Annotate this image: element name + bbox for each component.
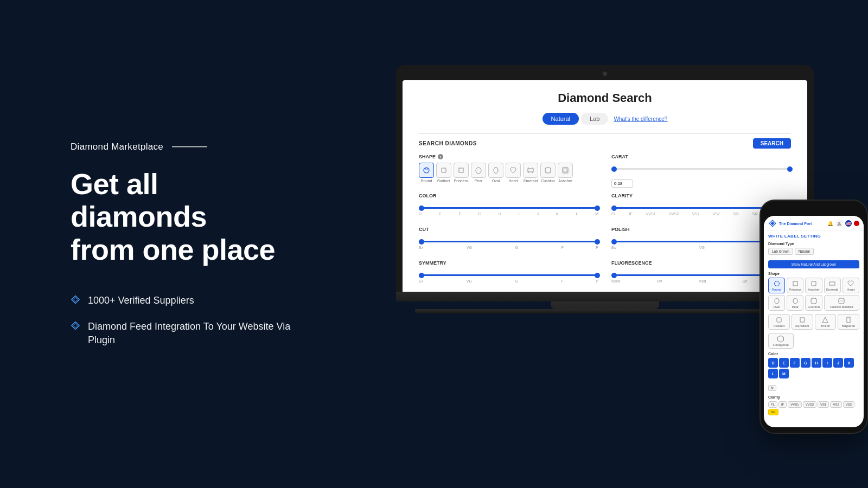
phone-shape-hexagonal[interactable]: Hexagonal — [768, 333, 794, 349]
laptop-foot — [415, 309, 795, 313]
ds-color-label: COLOR — [419, 193, 598, 198]
ds-search-button[interactable]: SEARCH — [753, 138, 791, 149]
phone-header: The Diamond Port 🔔 🇺🇸 — [764, 216, 864, 230]
color-slider[interactable]: DEFGHIJKLM — [419, 202, 598, 221]
ds-color-field: COLOR DEFGHIJKLM — [419, 193, 598, 221]
phone-shape-cushion-modified[interactable]: Cushion Modified — [824, 295, 859, 311]
svg-rect-28 — [545, 168, 551, 173]
shape-princess[interactable]: Princess — [454, 163, 469, 183]
phone-shape-baguette[interactable]: Baguette — [838, 314, 859, 330]
phone-clarity-IF[interactable]: IF — [778, 401, 787, 408]
laptop-stand — [551, 301, 659, 309]
phone-shape-radiant[interactable]: Radiant — [768, 314, 790, 330]
laptop-screen: Diamond Search Natural Lab What's the di… — [403, 80, 807, 292]
phone-color-label: Color — [768, 352, 859, 356]
tab-lab[interactable]: Lab — [581, 113, 608, 125]
phone-color-K[interactable]: K — [844, 358, 854, 368]
phone-clarity-FL[interactable]: FL — [768, 401, 777, 408]
phone-logo-text: The Diamond Port — [779, 222, 812, 226]
carat-slider[interactable] — [611, 163, 791, 178]
svg-marker-14 — [72, 322, 79, 329]
svg-rect-30 — [564, 169, 567, 172]
phone-status-dot — [854, 221, 859, 226]
phone-shape-round[interactable]: Round — [768, 278, 785, 293]
phone-section-title: WHITE LABEL SETTING — [768, 234, 859, 239]
phone-color-N[interactable]: N — [768, 385, 776, 391]
phone-shape-oval[interactable]: Oval — [768, 295, 785, 311]
phone-color-G[interactable]: G — [801, 358, 810, 368]
phone-clarity-VS2[interactable]: VS2 — [830, 401, 841, 408]
phone-natural-btn[interactable]: Natural — [795, 248, 814, 255]
phone-clarity-SI1[interactable]: SI1 — [768, 409, 778, 415]
shape-info-icon[interactable]: i — [438, 154, 443, 159]
phone-shape-pear[interactable]: Pear — [787, 295, 803, 311]
svg-point-34 — [774, 281, 779, 286]
phone-logo-icon — [768, 219, 777, 228]
shape-cushion[interactable]: Cushion — [540, 163, 556, 183]
shape-heart[interactable]: Heart — [506, 163, 521, 183]
phone-flag-icon: 🇺🇸 — [845, 220, 852, 227]
svg-marker-7 — [192, 27, 282, 136]
phone-logo: The Diamond Port — [768, 219, 812, 228]
ds-shape-field: SHAPE i Round — [419, 154, 598, 188]
diamond-search-ui: Diamond Search Natural Lab What's the di… — [403, 80, 807, 292]
shape-radiant[interactable]: Radiant — [436, 163, 451, 183]
phone-color-n-row: N — [768, 382, 859, 393]
svg-rect-35 — [793, 281, 797, 286]
phone-color-H[interactable]: H — [812, 358, 821, 368]
phone-shape-heart[interactable]: Heart — [843, 278, 859, 293]
phone-header-icons: 🔔 🇺🇸 — [827, 220, 859, 227]
shape-oval[interactable]: Oval — [488, 163, 503, 183]
phone-color-I[interactable]: I — [822, 358, 832, 368]
svg-rect-43 — [800, 318, 805, 322]
laptop-screen-wrapper: Diamond Search Natural Lab What's the di… — [396, 65, 814, 292]
svg-marker-13 — [73, 298, 78, 302]
main-heading: Get all diamonds from one place — [71, 168, 298, 266]
ds-carat-label: CARAT — [611, 154, 791, 159]
ds-section-header: SEARCH DIAMONDS SEARCH — [419, 133, 791, 149]
phone-shape-grid-2: Radiant Sq.radiant Trillion Baguett — [768, 314, 859, 330]
phone-color-M[interactable]: M — [779, 369, 789, 378]
shape-asscher[interactable]: Asscher — [558, 163, 573, 183]
phone-shape-emerald[interactable]: Emerald — [824, 278, 841, 293]
phone-shape-cushion[interactable]: Cushion — [805, 295, 822, 311]
brand-label: Diamond Marketplace — [71, 142, 298, 152]
shape-round[interactable]: Round — [419, 163, 434, 183]
cut-slider[interactable]: ExVGGFP — [419, 235, 598, 255]
tab-difference-link[interactable]: What's the difference? — [614, 116, 667, 122]
carat-min-input[interactable] — [611, 179, 633, 188]
phone-lab-grown-btn[interactable]: Lab Grown — [768, 248, 793, 255]
phone-clarity-VS1[interactable]: VS1 — [818, 401, 829, 408]
phone-color-E[interactable]: E — [779, 358, 789, 368]
phone-shape-trillion[interactable]: Trillion — [815, 314, 837, 330]
phone-color-L[interactable]: L — [768, 369, 778, 378]
phone-show-both-btn[interactable]: Show Natural And Labgrown — [768, 260, 859, 268]
devices-container: Diamond Search Natural Lab What's the di… — [380, 54, 868, 434]
ds-title: Diamond Search — [419, 91, 791, 105]
feature-text-1: 1000+ Verified Suppliers — [88, 294, 194, 307]
svg-rect-42 — [777, 318, 781, 322]
ds-symmetry-label: SYMMETRY — [419, 260, 598, 266]
laptop-base — [396, 292, 814, 301]
left-content-area: Diamond Marketplace Get all diamonds fro… — [71, 142, 298, 347]
phone-color-F[interactable]: F — [790, 358, 800, 368]
phone-clarity-VS2b[interactable]: VS2 — [843, 401, 854, 408]
shape-emerald[interactable]: Emerald — [523, 163, 538, 183]
phone-shape-asscher[interactable]: Asscher — [805, 278, 822, 293]
phone-clarity-VVS2[interactable]: VVS2 — [803, 401, 816, 408]
symmetry-slider[interactable]: ExVGGFP — [419, 269, 598, 288]
phone-color-J[interactable]: J — [833, 358, 843, 368]
phone-shape-sqradiant[interactable]: Sq.radiant — [792, 314, 813, 330]
tab-natural[interactable]: Natural — [542, 113, 579, 125]
phone-body: The Diamond Port 🔔 🇺🇸 — [760, 200, 868, 434]
svg-rect-37 — [829, 282, 835, 285]
phone-clarity-VVS1[interactable]: VVS1 — [788, 401, 801, 408]
feature-text-2: Diamond Feed Integration To Your Website… — [88, 319, 298, 346]
phone-color-D[interactable]: D — [768, 358, 778, 368]
shape-pear[interactable]: Pear — [471, 163, 486, 183]
phone-shape-princess[interactable]: Princess — [787, 278, 803, 293]
svg-marker-15 — [73, 323, 78, 328]
ds-symmetry-field: SYMMETRY ExVGGFP — [419, 260, 598, 288]
feature-item-1: 1000+ Verified Suppliers — [71, 294, 298, 307]
brand-line — [172, 146, 207, 147]
